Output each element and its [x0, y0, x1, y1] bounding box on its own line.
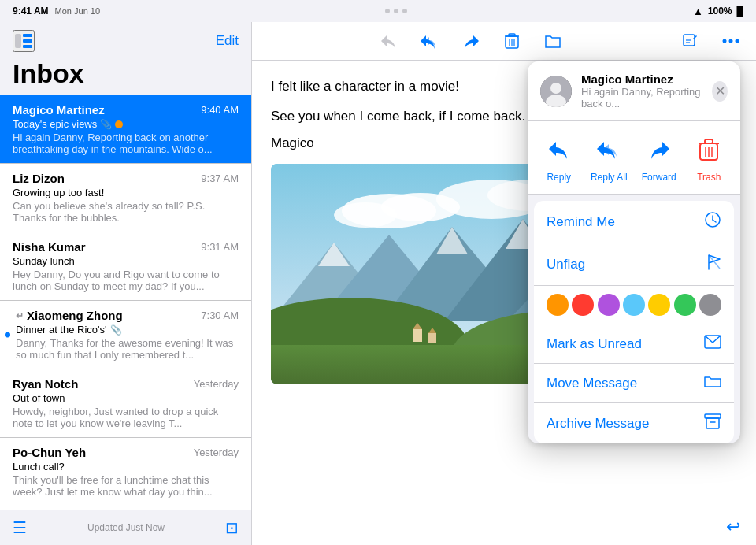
mail-time: 7:30 AM	[201, 310, 239, 321]
reply-toolbar-button[interactable]	[376, 28, 402, 54]
move-message-row[interactable]: Move Message	[534, 364, 734, 403]
context-action-buttons: Reply Reply All	[528, 121, 740, 195]
inbox-title: Inbox	[0, 58, 251, 95]
unflag-row[interactable]: Unflag	[534, 243, 734, 286]
context-header-text: Magico Martinez Hi again Danny, Reportin…	[581, 72, 702, 109]
folder-toolbar-button[interactable]	[540, 28, 565, 54]
context-forward-button[interactable]: Forward	[636, 132, 683, 183]
forward-svg	[647, 139, 672, 161]
more-toolbar-button[interactable]	[718, 28, 743, 54]
forward-label: Forward	[642, 172, 676, 183]
quick-reply-area: ↩	[726, 517, 740, 537]
edit-button[interactable]: Edit	[216, 33, 239, 49]
svg-rect-6	[509, 34, 515, 36]
filter-button[interactable]: ☰	[13, 518, 27, 537]
context-message-preview: Hi again Danny, Reporting back o...	[581, 86, 702, 109]
mail-subject: Sunday lunch	[13, 255, 239, 267]
folder-move-icon	[704, 374, 721, 388]
sidebar-toggle-button[interactable]	[13, 30, 35, 52]
context-replyall-button[interactable]: Reply All	[585, 132, 632, 183]
archive-message-label: Archive Message	[547, 416, 649, 432]
archive-message-row[interactable]: Archive Message	[534, 403, 734, 443]
context-close-button[interactable]: ✕	[712, 81, 728, 102]
email-toolbar	[252, 22, 756, 61]
remind-icon	[704, 211, 721, 232]
battery-icon: █	[736, 6, 743, 17]
mail-item-row: ↵ Xiaomeng Zhong 7:30 AM	[16, 309, 239, 322]
unflag-label: Unflag	[547, 257, 585, 272]
color-dot-orange[interactable]	[547, 294, 569, 316]
sidebar-icon	[15, 34, 32, 48]
svg-point-38	[550, 83, 561, 94]
mail-item[interactable]: Po-Chun Yeh Yesterday Lunch call? Think …	[0, 438, 251, 506]
mail-time: Yesterday	[194, 378, 239, 390]
context-trash-button[interactable]: Trash	[685, 132, 732, 183]
color-dot-green[interactable]	[674, 294, 696, 316]
mail-item-row: Po-Chun Yeh Yesterday	[13, 446, 239, 459]
attachment-icon: 📎	[110, 324, 122, 336]
color-dots-row	[534, 286, 734, 324]
mail-item[interactable]: Magico Martinez 9:40 AM Today's epic vie…	[0, 95, 251, 164]
status-date: Mon Jun 10	[55, 6, 100, 16]
mail-item-row: Magico Martinez 9:40 AM	[13, 103, 239, 117]
mail-subject: Out of town	[13, 392, 239, 404]
replyall-svg	[595, 139, 623, 161]
wifi-icon: ▲	[693, 6, 703, 17]
compose-toolbar-button[interactable]	[677, 28, 702, 54]
mail-item[interactable]: Graham McBride Saturday	[0, 506, 251, 510]
replyall-toolbar-button[interactable]	[417, 28, 443, 54]
quick-reply-button[interactable]: ↩	[726, 517, 740, 537]
svg-line-48	[713, 220, 716, 222]
reply-icon	[380, 32, 398, 50]
mail-preview: Hi again Danny, Reporting back on anothe…	[13, 132, 239, 155]
color-dot-purple[interactable]	[598, 294, 620, 316]
more-icon	[722, 38, 739, 44]
svg-point-19	[334, 202, 397, 228]
status-time: 9:41 AM	[13, 6, 49, 17]
reply-action-icon	[542, 132, 576, 167]
compose-icon	[681, 32, 699, 50]
mail-sender: Po-Chun Yeh	[13, 446, 86, 459]
context-menu-rows: Remind Me Unflag	[534, 201, 734, 443]
toolbar-right-group	[677, 28, 743, 54]
mail-subject: Growing up too fast!	[13, 187, 239, 198]
move-message-label: Move Message	[547, 376, 637, 391]
flag-dot	[115, 120, 123, 128]
mail-item[interactable]: Liz Dizon 9:37 AM Growing up too fast! C…	[0, 164, 251, 232]
email-view-panel: I felt like a character in a movie! See …	[252, 22, 756, 545]
mail-list-header: Edit	[0, 22, 251, 58]
context-reply-button[interactable]: Reply	[536, 132, 583, 183]
trash-icon	[504, 32, 520, 50]
mail-item-row: Liz Dizon 9:37 AM	[13, 172, 239, 185]
remind-me-row[interactable]: Remind Me	[534, 201, 734, 243]
mail-sender: Magico Martinez	[13, 103, 105, 117]
mail-subject: Lunch call?	[13, 461, 239, 473]
mark-unread-row[interactable]: Mark as Unread	[534, 324, 734, 364]
mail-sender: ↵ Xiaomeng Zhong	[16, 309, 123, 322]
color-dot-yellow[interactable]	[648, 294, 670, 316]
color-dot-gray[interactable]	[699, 294, 721, 316]
mail-list-panel: Edit Inbox Magico Martinez 9:40 AM Today…	[0, 22, 252, 545]
mail-item[interactable]: Nisha Kumar 9:31 AM Sunday lunch Hey Dan…	[0, 232, 251, 301]
archive-icon	[704, 413, 721, 429]
mail-item[interactable]: ↵ Xiaomeng Zhong 7:30 AM Dinner at the R…	[0, 301, 251, 369]
context-menu: Magico Martinez Hi again Danny, Reportin…	[528, 61, 740, 443]
svg-rect-35	[428, 333, 436, 343]
color-dot-red[interactable]	[572, 294, 594, 316]
svg-rect-42	[705, 139, 713, 143]
forward-toolbar-button[interactable]	[458, 28, 484, 54]
svg-rect-0	[15, 34, 21, 48]
trash-label: Trash	[697, 172, 721, 183]
svg-rect-33	[413, 329, 422, 342]
color-dot-teal[interactable]	[623, 294, 645, 316]
mail-time: Yesterday	[194, 447, 239, 458]
status-bar-center	[385, 9, 407, 13]
main-container: Edit Inbox Magico Martinez 9:40 AM Today…	[0, 22, 756, 545]
delete-toolbar-button[interactable]	[499, 28, 524, 54]
remind-me-label: Remind Me	[547, 214, 615, 230]
mail-item[interactable]: Ryan Notch Yesterday Out of town Howdy, …	[0, 369, 251, 438]
mail-item-row: Ryan Notch Yesterday	[13, 377, 239, 391]
compose-mini-button[interactable]: ⊡	[225, 518, 239, 537]
dot1	[385, 9, 390, 13]
move-message-icon	[704, 374, 721, 392]
